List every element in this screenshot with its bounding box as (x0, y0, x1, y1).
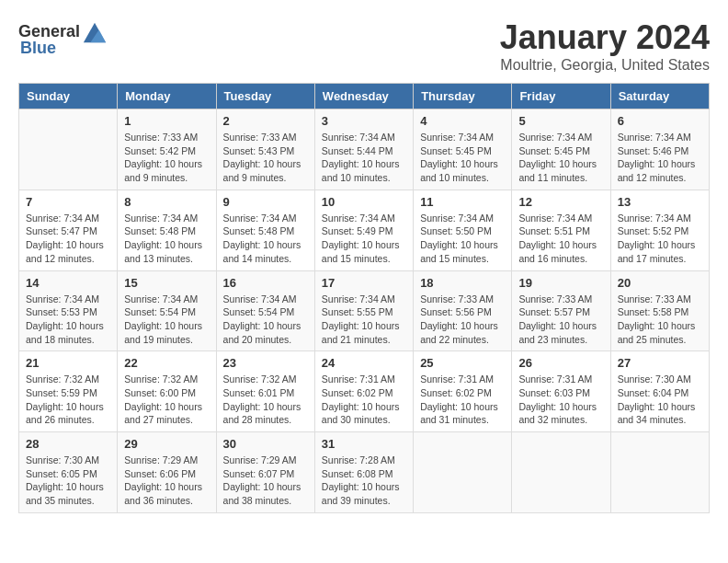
calendar-cell: 3Sunrise: 7:34 AM Sunset: 5:44 PM Daylig… (314, 109, 413, 190)
day-info: Sunrise: 7:31 AM Sunset: 6:02 PM Dayligh… (322, 373, 406, 427)
month-title: January 2024 (500, 18, 710, 57)
calendar-week-row: 21Sunrise: 7:32 AM Sunset: 5:59 PM Dayli… (19, 351, 710, 432)
calendar-cell: 7Sunrise: 7:34 AM Sunset: 5:47 PM Daylig… (19, 190, 118, 270)
calendar-cell (19, 109, 118, 190)
day-number: 31 (322, 437, 406, 451)
calendar-cell: 17Sunrise: 7:34 AM Sunset: 5:55 PM Dayli… (314, 270, 413, 351)
day-number: 11 (420, 195, 505, 209)
day-info: Sunrise: 7:33 AM Sunset: 5:42 PM Dayligh… (124, 131, 209, 185)
calendar-week-row: 14Sunrise: 7:34 AM Sunset: 5:53 PM Dayli… (19, 270, 710, 351)
calendar-cell (512, 432, 610, 513)
day-info: Sunrise: 7:34 AM Sunset: 5:50 PM Dayligh… (420, 212, 505, 266)
day-number: 21 (26, 356, 110, 370)
day-number: 27 (618, 356, 702, 370)
day-info: Sunrise: 7:29 AM Sunset: 6:06 PM Dayligh… (124, 454, 209, 508)
day-info: Sunrise: 7:34 AM Sunset: 5:51 PM Dayligh… (518, 212, 603, 266)
day-info: Sunrise: 7:31 AM Sunset: 6:02 PM Dayligh… (420, 373, 505, 427)
day-info: Sunrise: 7:32 AM Sunset: 6:00 PM Dayligh… (124, 373, 209, 427)
day-number: 8 (124, 195, 209, 209)
page-header: General Blue January 2024 Moultrie, Geor… (18, 18, 710, 74)
day-info: Sunrise: 7:30 AM Sunset: 6:05 PM Dayligh… (26, 454, 110, 508)
calendar-week-row: 1Sunrise: 7:33 AM Sunset: 5:42 PM Daylig… (19, 109, 710, 190)
day-number: 14 (26, 276, 110, 290)
calendar-cell: 23Sunrise: 7:32 AM Sunset: 6:01 PM Dayli… (216, 351, 314, 432)
calendar-cell: 27Sunrise: 7:30 AM Sunset: 6:04 PM Dayli… (610, 351, 709, 432)
calendar-cell: 18Sunrise: 7:33 AM Sunset: 5:56 PM Dayli… (414, 270, 512, 351)
calendar-cell: 22Sunrise: 7:32 AM Sunset: 6:00 PM Dayli… (118, 351, 216, 432)
day-number: 3 (322, 114, 406, 128)
calendar-week-row: 7Sunrise: 7:34 AM Sunset: 5:47 PM Daylig… (19, 190, 710, 270)
location: Moultrie, Georgia, United States (500, 57, 710, 74)
day-number: 23 (223, 356, 308, 370)
day-number: 5 (518, 114, 603, 128)
day-info: Sunrise: 7:34 AM Sunset: 5:54 PM Dayligh… (124, 293, 209, 347)
calendar-week-row: 28Sunrise: 7:30 AM Sunset: 6:05 PM Dayli… (19, 432, 710, 513)
calendar-cell: 2Sunrise: 7:33 AM Sunset: 5:43 PM Daylig… (216, 109, 314, 190)
day-number: 9 (223, 195, 308, 209)
day-number: 6 (618, 114, 702, 128)
calendar-table: SundayMondayTuesdayWednesdayThursdayFrid… (18, 83, 710, 513)
day-info: Sunrise: 7:34 AM Sunset: 5:52 PM Dayligh… (618, 212, 702, 266)
day-number: 1 (124, 114, 209, 128)
title-block: January 2024 Moultrie, Georgia, United S… (500, 18, 710, 74)
day-info: Sunrise: 7:34 AM Sunset: 5:48 PM Dayligh… (124, 212, 209, 266)
day-number: 29 (124, 437, 209, 451)
day-number: 4 (420, 114, 505, 128)
day-info: Sunrise: 7:34 AM Sunset: 5:48 PM Dayligh… (223, 212, 308, 266)
calendar-cell: 15Sunrise: 7:34 AM Sunset: 5:54 PM Dayli… (118, 270, 216, 351)
day-info: Sunrise: 7:34 AM Sunset: 5:54 PM Dayligh… (223, 293, 308, 347)
calendar-cell: 11Sunrise: 7:34 AM Sunset: 5:50 PM Dayli… (414, 190, 512, 270)
day-info: Sunrise: 7:33 AM Sunset: 5:56 PM Dayligh… (420, 293, 505, 347)
calendar-cell: 14Sunrise: 7:34 AM Sunset: 5:53 PM Dayli… (19, 270, 118, 351)
day-number: 25 (420, 356, 505, 370)
day-number: 28 (26, 437, 110, 451)
calendar-cell: 19Sunrise: 7:33 AM Sunset: 5:57 PM Dayli… (512, 270, 610, 351)
day-info: Sunrise: 7:32 AM Sunset: 5:59 PM Dayligh… (26, 373, 110, 427)
day-info: Sunrise: 7:34 AM Sunset: 5:46 PM Dayligh… (618, 131, 702, 185)
day-info: Sunrise: 7:28 AM Sunset: 6:08 PM Dayligh… (322, 454, 406, 508)
logo: General Blue (18, 18, 108, 58)
calendar-cell: 6Sunrise: 7:34 AM Sunset: 5:46 PM Daylig… (610, 109, 709, 190)
day-number: 22 (124, 356, 209, 370)
column-header-friday: Friday (512, 84, 610, 109)
day-number: 19 (518, 276, 603, 290)
calendar-cell: 25Sunrise: 7:31 AM Sunset: 6:02 PM Dayli… (414, 351, 512, 432)
column-header-monday: Monday (118, 84, 216, 109)
calendar-cell: 21Sunrise: 7:32 AM Sunset: 5:59 PM Dayli… (19, 351, 118, 432)
calendar-cell: 31Sunrise: 7:28 AM Sunset: 6:08 PM Dayli… (314, 432, 413, 513)
day-info: Sunrise: 7:34 AM Sunset: 5:44 PM Dayligh… (322, 131, 406, 185)
day-info: Sunrise: 7:33 AM Sunset: 5:43 PM Dayligh… (223, 131, 308, 185)
day-number: 30 (223, 437, 308, 451)
day-number: 20 (618, 276, 702, 290)
day-info: Sunrise: 7:34 AM Sunset: 5:55 PM Dayligh… (322, 293, 406, 347)
calendar-cell: 16Sunrise: 7:34 AM Sunset: 5:54 PM Dayli… (216, 270, 314, 351)
day-info: Sunrise: 7:34 AM Sunset: 5:49 PM Dayligh… (322, 212, 406, 266)
day-info: Sunrise: 7:29 AM Sunset: 6:07 PM Dayligh… (223, 454, 308, 508)
calendar-cell: 20Sunrise: 7:33 AM Sunset: 5:58 PM Dayli… (610, 270, 709, 351)
calendar-cell: 26Sunrise: 7:31 AM Sunset: 6:03 PM Dayli… (512, 351, 610, 432)
day-number: 26 (518, 356, 603, 370)
calendar-cell (414, 432, 512, 513)
calendar-cell: 5Sunrise: 7:34 AM Sunset: 5:45 PM Daylig… (512, 109, 610, 190)
calendar-header-row: SundayMondayTuesdayWednesdayThursdayFrid… (19, 84, 710, 109)
day-info: Sunrise: 7:31 AM Sunset: 6:03 PM Dayligh… (518, 373, 603, 427)
day-number: 10 (322, 195, 406, 209)
calendar-cell: 30Sunrise: 7:29 AM Sunset: 6:07 PM Dayli… (216, 432, 314, 513)
day-number: 24 (322, 356, 406, 370)
day-info: Sunrise: 7:32 AM Sunset: 6:01 PM Dayligh… (223, 373, 308, 427)
calendar-cell: 9Sunrise: 7:34 AM Sunset: 5:48 PM Daylig… (216, 190, 314, 270)
day-info: Sunrise: 7:34 AM Sunset: 5:45 PM Dayligh… (518, 131, 603, 185)
calendar-cell (610, 432, 709, 513)
column-header-tuesday: Tuesday (216, 84, 314, 109)
calendar-cell: 1Sunrise: 7:33 AM Sunset: 5:42 PM Daylig… (118, 109, 216, 190)
calendar-cell: 10Sunrise: 7:34 AM Sunset: 5:49 PM Dayli… (314, 190, 413, 270)
day-info: Sunrise: 7:34 AM Sunset: 5:47 PM Dayligh… (26, 212, 110, 266)
logo-icon (82, 18, 108, 44)
day-info: Sunrise: 7:33 AM Sunset: 5:58 PM Dayligh… (618, 293, 702, 347)
day-info: Sunrise: 7:34 AM Sunset: 5:53 PM Dayligh… (26, 293, 110, 347)
column-header-thursday: Thursday (414, 84, 512, 109)
day-info: Sunrise: 7:34 AM Sunset: 5:45 PM Dayligh… (420, 131, 505, 185)
day-number: 16 (223, 276, 308, 290)
calendar-cell: 28Sunrise: 7:30 AM Sunset: 6:05 PM Dayli… (19, 432, 118, 513)
day-info: Sunrise: 7:33 AM Sunset: 5:57 PM Dayligh… (518, 293, 603, 347)
